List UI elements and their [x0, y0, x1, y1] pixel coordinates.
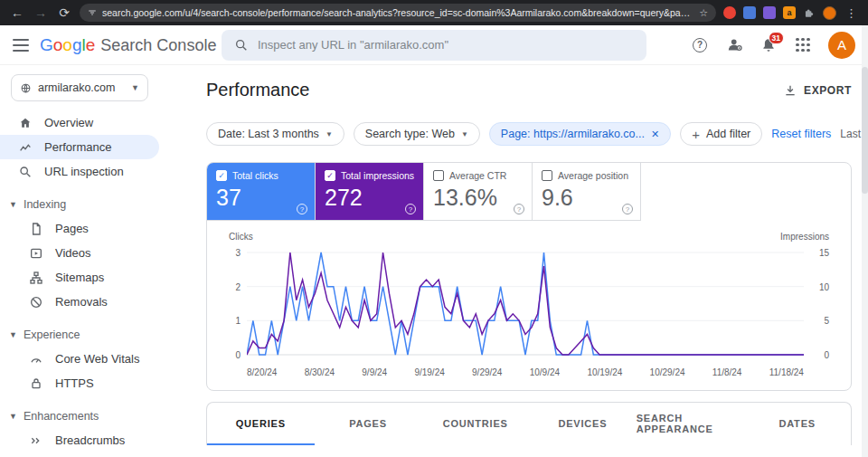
address-bar[interactable]: search.google.com/u/4/search-console/per…	[80, 4, 716, 22]
sidebar-section-enhancements[interactable]: ▼ Enhancements	[0, 405, 159, 428]
breadcrumbs-icon	[29, 433, 43, 448]
sitemaps-icon	[29, 271, 43, 285]
bookmark-star-icon[interactable]: ☆	[699, 7, 708, 19]
site-info-icon[interactable]	[88, 8, 97, 17]
product-name: Search Console	[100, 36, 216, 55]
sidebar-item-label: URL inspection	[44, 165, 124, 178]
property-icon	[20, 82, 32, 94]
sidebar-item-overview[interactable]: Overview	[0, 110, 159, 135]
info-icon[interactable]: ?	[297, 204, 307, 214]
sidebar-section-indexing[interactable]: ▼ Indexing	[0, 193, 159, 216]
checkbox-checked-icon[interactable]: ✓	[325, 170, 335, 181]
app-logo[interactable]: Google Search Console	[40, 35, 216, 55]
app-header: Google Search Console ? 31 A	[0, 25, 868, 65]
average-position-value: 9.6	[542, 185, 631, 211]
extension-icon-purple[interactable]	[763, 6, 776, 19]
export-button[interactable]: EXPORT	[783, 83, 852, 98]
right-axis-label: Impressions	[780, 232, 829, 242]
sidebar-item-url-inspection[interactable]: URL inspection	[0, 159, 159, 184]
search-type-filter-chip[interactable]: Search type: Web ▼	[354, 122, 480, 146]
browser-profile-avatar[interactable]	[823, 6, 836, 20]
url-inspect-searchbox[interactable]	[222, 30, 646, 61]
sidebar-item-removals[interactable]: Removals	[0, 290, 159, 314]
axis-tick-label: 0	[235, 350, 241, 360]
extension-icon-red[interactable]	[723, 6, 736, 19]
x-tick-label: 11/8/24	[712, 367, 742, 377]
sidebar-item-https[interactable]: HTTPS	[0, 371, 159, 395]
average-position-card[interactable]: Average position 9.6 ?	[533, 163, 641, 221]
metric-cards-spacer	[641, 163, 851, 221]
home-icon	[18, 116, 33, 130]
help-button[interactable]: ?	[691, 36, 709, 54]
back-icon[interactable]: ←	[9, 6, 25, 19]
forward-icon[interactable]: →	[33, 6, 49, 19]
page-title: Performance	[206, 80, 310, 100]
plus-icon: +	[692, 128, 700, 141]
search-input[interactable]	[258, 38, 634, 52]
tab-pages[interactable]: PAGES	[315, 403, 422, 445]
browser-chrome: ← → ⟳ search.google.com/u/4/search-conso…	[0, 0, 868, 25]
notifications-button[interactable]: 31	[760, 36, 778, 54]
sidebar-item-core-web-vitals[interactable]: Core Web Vitals	[0, 347, 159, 371]
page-filter-chip[interactable]: Page: https://armilarako.co... ✕	[489, 122, 671, 146]
tab-queries[interactable]: QUERIES	[207, 403, 315, 445]
chevron-down-icon: ▼	[131, 83, 139, 92]
metric-cards: ✓Total clicks 37 ? ✓Total impressions 27…	[207, 163, 851, 221]
chevron-down-icon: ▼	[326, 130, 333, 138]
checkbox-unchecked-icon[interactable]	[542, 170, 552, 181]
total-clicks-card[interactable]: ✓Total clicks 37 ?	[207, 163, 316, 221]
x-tick-label: 11/18/24	[769, 367, 804, 377]
user-settings-button[interactable]	[725, 36, 743, 54]
apps-button[interactable]	[794, 36, 812, 54]
sidebar-item-videos[interactable]: Videos	[0, 241, 159, 265]
user-settings-icon	[726, 36, 743, 53]
extensions-puzzle-icon[interactable]	[803, 6, 816, 19]
tab-search-appearance[interactable]: SEARCH APPEARANCE	[637, 403, 744, 445]
dimension-tabs: QUERIES PAGES COUNTRIES DEVICES SEARCH A…	[206, 402, 852, 445]
property-selector[interactable]: armilarako.com ▼	[11, 74, 148, 101]
sidebar-item-sitemaps[interactable]: Sitemaps	[0, 265, 159, 290]
axis-tick-label: 5	[824, 316, 829, 326]
account-avatar[interactable]: A	[828, 32, 855, 59]
scrollbar-thumb[interactable]	[862, 67, 868, 194]
average-ctr-card[interactable]: Average CTR 13.6% ?	[424, 163, 533, 221]
performance-panel: ✓Total clicks 37 ? ✓Total impressions 27…	[206, 162, 852, 391]
x-tick-label: 10/29/24	[650, 367, 685, 377]
url-text: search.google.com/u/4/search-console/per…	[102, 7, 693, 18]
add-filter-button[interactable]: + Add filter	[680, 122, 762, 146]
total-clicks-value: 37	[216, 185, 306, 211]
x-tick-label: 8/30/24	[305, 367, 335, 377]
sidebar-item-breadcrumbs[interactable]: Breadcrumbs	[0, 428, 159, 452]
filter-bar: Date: Last 3 months ▼ Search type: Web ▼…	[206, 122, 852, 146]
x-tick-label: 9/19/24	[414, 367, 444, 377]
info-icon[interactable]: ?	[405, 204, 416, 214]
checkbox-unchecked-icon[interactable]	[433, 170, 444, 181]
axis-tick-label: 10	[819, 282, 829, 292]
tab-countries[interactable]: COUNTRIES	[421, 403, 529, 445]
info-icon[interactable]: ?	[622, 204, 633, 214]
tab-devices[interactable]: DEVICES	[529, 403, 637, 445]
close-icon[interactable]: ✕	[651, 129, 659, 140]
chart-plot-area[interactable]	[247, 247, 804, 361]
sidebar-item-pages[interactable]: Pages	[0, 216, 159, 241]
axis-tick-label: 1	[235, 316, 241, 326]
total-impressions-value: 272	[325, 185, 414, 211]
reset-filters-link[interactable]: Reset filters	[771, 128, 831, 140]
tab-dates[interactable]: DATES	[743, 403, 851, 445]
page-scrollbar[interactable]	[862, 25, 868, 457]
sidebar-item-label: Breadcrumbs	[55, 433, 125, 447]
info-icon[interactable]: ?	[514, 204, 524, 214]
sidebar-item-label: Core Web Vitals	[55, 352, 139, 366]
amazon-extension-icon[interactable]: a	[783, 6, 796, 19]
refresh-icon[interactable]: ⟳	[56, 6, 72, 19]
date-filter-chip[interactable]: Date: Last 3 months ▼	[206, 122, 344, 146]
browser-menu-icon[interactable]: ⋮	[844, 6, 859, 20]
hamburger-menu-icon[interactable]	[13, 39, 29, 52]
total-impressions-card[interactable]: ✓Total impressions 272 ?	[316, 163, 424, 221]
sidebar-item-performance[interactable]: Performance	[0, 135, 159, 159]
checkbox-checked-icon[interactable]: ✓	[216, 170, 227, 181]
extension-icon-blue[interactable]	[743, 6, 756, 19]
sidebar-section-experience[interactable]: ▼ Experience	[0, 323, 159, 347]
sidebar-item-label: Performance	[44, 140, 111, 154]
axis-tick-label: 0	[824, 350, 829, 360]
